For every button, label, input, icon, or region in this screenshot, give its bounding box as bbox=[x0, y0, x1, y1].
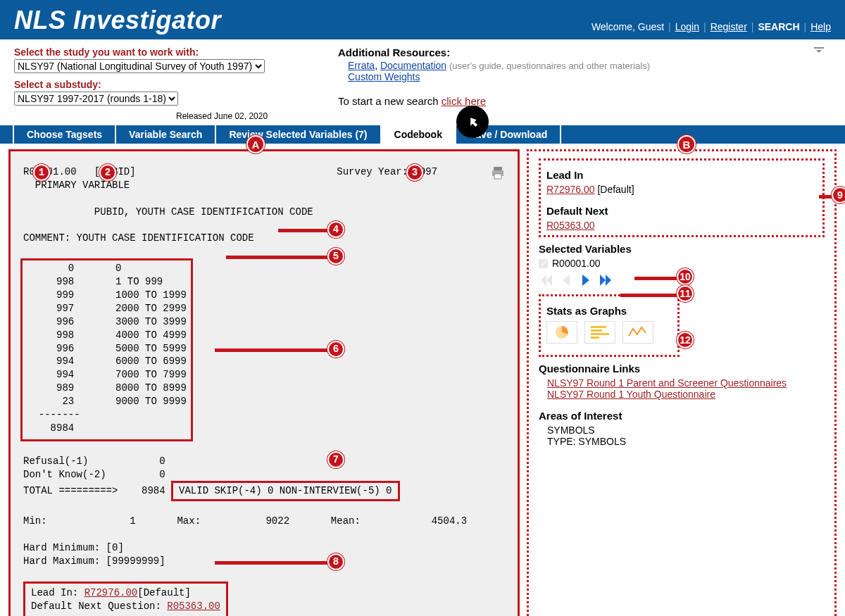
tab-variable-search[interactable]: Variable Search bbox=[116, 125, 216, 144]
svg-rect-15 bbox=[591, 337, 599, 339]
total-line: TOTAL =========> 8984 bbox=[23, 486, 171, 497]
dontknow-line: Don't Know(-2) 0 bbox=[23, 468, 505, 482]
codebook-panel: 1 2 3 R00001.00 [PUBID] Survey Year: 199… bbox=[8, 149, 520, 616]
header: NLS Investigator Welcome, Guest | Login … bbox=[0, 0, 845, 39]
callout-1: 1 bbox=[33, 164, 50, 181]
study-label: Select the study you want to work with: bbox=[14, 46, 310, 58]
connector-8 bbox=[215, 561, 329, 565]
svg-marker-8 bbox=[582, 275, 589, 286]
svg-rect-4 bbox=[494, 174, 501, 179]
svg-marker-10 bbox=[606, 275, 611, 286]
leadin-link[interactable]: R72976.00 bbox=[84, 587, 138, 598]
released-text: Released June 02, 2020 bbox=[176, 111, 310, 121]
sidebar-defnext-link[interactable]: R05363.00 bbox=[546, 220, 595, 231]
validskip-box: VALID SKIP(-4) 0 NON-INTERVIEW(-5) 0 bbox=[171, 481, 399, 501]
welcome-text: Welcome, Guest bbox=[592, 21, 664, 32]
leadin-heading: Lead In bbox=[546, 169, 817, 181]
svg-rect-2 bbox=[494, 167, 502, 170]
primary-variable: PRIMARY VARIABLE bbox=[23, 179, 505, 192]
aoi-heading: Areas of Interest bbox=[539, 410, 825, 422]
leadnext-box: Lead In: R72976.00[Default] Default Next… bbox=[23, 582, 228, 616]
register-link[interactable]: Register bbox=[711, 21, 747, 32]
custom-weights-link[interactable]: Custom Weights bbox=[348, 71, 420, 82]
callout-10: 10 bbox=[677, 268, 694, 285]
refusal-line: Refusal(-1) 0 bbox=[23, 455, 505, 468]
title-line: PUBID, YOUTH CASE IDENTIFICATION CODE bbox=[23, 206, 505, 219]
resources: Additional Resources: Errata, Documentat… bbox=[338, 46, 831, 121]
tab-codebook[interactable]: Codebook bbox=[382, 125, 456, 144]
sidebar-leadin-suffix: [Default] bbox=[595, 184, 634, 195]
leadin-pre: Lead In: bbox=[31, 587, 84, 598]
connector-5 bbox=[226, 256, 329, 259]
selected-variable-row: R00001.00 bbox=[539, 258, 825, 269]
arrow-first-icon[interactable] bbox=[539, 273, 554, 287]
comment-text: COMMENT: YOUTH CASE IDENTIFICATION CODE bbox=[23, 232, 254, 244]
substudy-select[interactable]: NLSY97 1997-2017 (rounds 1-18) bbox=[14, 92, 178, 106]
selectors-left: Select the study you want to work with: … bbox=[14, 46, 310, 121]
callout-B: B bbox=[677, 135, 696, 153]
newsearch-link[interactable]: click here bbox=[442, 95, 486, 107]
collapse-icon[interactable] bbox=[814, 44, 824, 49]
tab-choose-tagsets[interactable]: Choose Tagsets bbox=[13, 125, 116, 144]
sidebar-leadin-link[interactable]: R72976.00 bbox=[546, 184, 595, 195]
blank6 bbox=[23, 528, 505, 541]
line-chart-icon[interactable] bbox=[622, 321, 653, 344]
login-link[interactable]: Login bbox=[675, 21, 699, 32]
search-link[interactable]: SEARCH bbox=[758, 21, 799, 32]
blank1 bbox=[23, 192, 505, 206]
connector-11 bbox=[620, 294, 678, 297]
arrow-last-icon[interactable] bbox=[598, 273, 613, 287]
blank4 bbox=[23, 441, 505, 455]
connector-6 bbox=[215, 348, 329, 352]
defnext-link[interactable]: R05363.00 bbox=[167, 601, 220, 612]
primary-text: PRIMARY VARIABLE bbox=[35, 180, 130, 191]
leadnext-group: Lead In R72976.00 [Default] Default Next… bbox=[539, 158, 825, 237]
freq-table: 0 0 998 1 TO 999 999 1000 TO 1999 997 20… bbox=[27, 262, 187, 408]
defnext-pre: Default Next Question: bbox=[31, 601, 167, 612]
separator: | bbox=[668, 21, 671, 32]
callout-5: 5 bbox=[327, 248, 344, 265]
arrow-prev-icon[interactable] bbox=[558, 273, 574, 287]
selvar-item: R00001.00 bbox=[552, 258, 601, 269]
errata-link[interactable]: Errata bbox=[348, 60, 375, 71]
print-icon[interactable] bbox=[491, 167, 505, 184]
sidebar-panel: Lead In R72976.00 [Default] Default Next… bbox=[527, 149, 837, 616]
freq-box: 0 0 998 1 TO 999 999 1000 TO 1999 997 20… bbox=[20, 258, 193, 441]
header-nav: Welcome, Guest | Login | Register | SEAR… bbox=[592, 21, 831, 35]
callout-9: 9 bbox=[832, 187, 845, 203]
connector-4 bbox=[278, 229, 329, 232]
qlink-2[interactable]: NLSY97 Round 1 Youth Questionnaire bbox=[547, 389, 715, 400]
tab-review-selected[interactable]: Review Selected Variables (7) bbox=[216, 125, 381, 144]
blank2 bbox=[23, 219, 505, 232]
separator: | bbox=[703, 21, 706, 32]
svg-marker-7 bbox=[563, 275, 570, 286]
selvars-heading: Selected Variables bbox=[539, 243, 825, 255]
svg-rect-0 bbox=[814, 47, 824, 49]
svg-rect-13 bbox=[591, 329, 602, 332]
callout-A: A bbox=[246, 135, 265, 153]
selvar-checkbox[interactable] bbox=[539, 259, 548, 268]
help-link[interactable]: Help bbox=[810, 21, 831, 32]
comma: , bbox=[375, 60, 380, 71]
arrow-next-icon[interactable] bbox=[578, 273, 594, 287]
defnext-heading: Default Next bbox=[546, 205, 817, 217]
aoi-1: SYMBOLS bbox=[547, 425, 825, 436]
study-select[interactable]: NLSY97 (National Longitudinal Survey of … bbox=[14, 59, 265, 73]
separator: | bbox=[804, 21, 807, 32]
freq-total: 8984 bbox=[27, 422, 187, 435]
doc-note: (user's guide, questionnaires and other … bbox=[449, 61, 650, 71]
svg-rect-14 bbox=[591, 333, 609, 335]
hardmin-line: Hard Minimum: [0] bbox=[23, 541, 505, 555]
bar-chart-icon[interactable] bbox=[584, 321, 615, 344]
aoi-2: TYPE: SYMBOLS bbox=[547, 436, 825, 447]
selectors-row: Select the study you want to work with: … bbox=[0, 39, 845, 125]
defnext-line: Default Next Question: R05363.00 bbox=[31, 600, 220, 613]
callout-7: 7 bbox=[327, 451, 344, 468]
stats-heading: Stats as Graphs bbox=[546, 305, 672, 317]
qlink-1[interactable]: NLSY97 Round 1 Parent and Screener Quest… bbox=[547, 377, 787, 389]
separator: | bbox=[751, 21, 754, 32]
documentation-link[interactable]: Documentation bbox=[380, 60, 446, 71]
pie-chart-icon[interactable] bbox=[546, 321, 577, 344]
callout-11: 11 bbox=[677, 285, 694, 302]
svg-marker-1 bbox=[816, 50, 822, 53]
